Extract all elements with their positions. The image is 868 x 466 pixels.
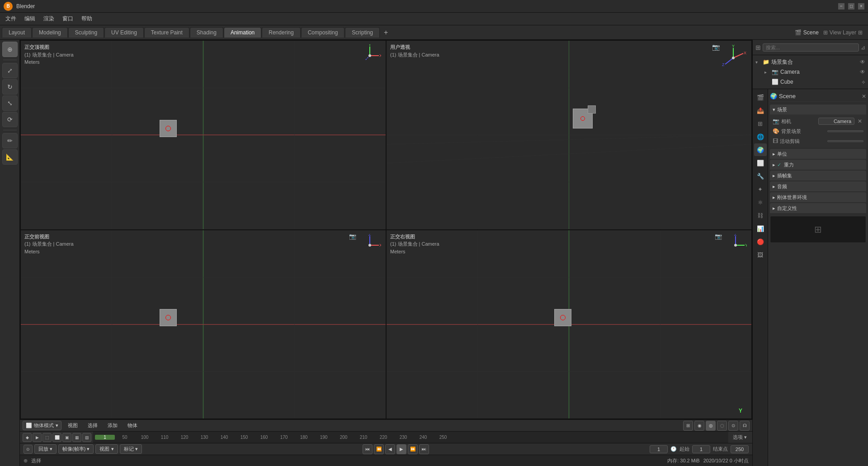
tl-marker[interactable]: ◆ — [23, 433, 32, 442]
tl-play[interactable]: ▶ — [33, 433, 42, 442]
tab-compositing[interactable]: Compositing — [301, 27, 345, 38]
tab-scripting[interactable]: Scripting — [345, 27, 380, 38]
cube-right[interactable] — [554, 309, 571, 326]
cube-perspective[interactable] — [573, 109, 593, 128]
object-menu[interactable]: 物体 — [124, 421, 141, 430]
viewport-front[interactable]: 正交前视图 (1) 场景集合 | Camera Meters X Z — [21, 230, 386, 419]
mode-dropdown[interactable]: ⬜ 物体模式 ▾ — [23, 421, 61, 430]
props-view-layer[interactable]: ⊞ — [754, 117, 767, 130]
section-audio-header[interactable]: ▸ 音频 — [770, 181, 866, 191]
shading-xray[interactable]: ☊ — [740, 421, 750, 431]
select-menu[interactable]: 选择 — [84, 421, 101, 430]
props-object[interactable]: ⬜ — [754, 157, 767, 169]
viewport-right[interactable]: 正交右视图 (1) 场景集合 | Camera Meters Y Z — [387, 230, 751, 419]
tab-add-button[interactable]: + — [380, 28, 392, 38]
shading-solid[interactable]: ◉ — [694, 421, 704, 431]
tool-measure[interactable]: 📐 — [2, 149, 18, 165]
jump-start-button[interactable]: ⏮ — [363, 444, 373, 454]
tab-sculpting[interactable]: Sculpting — [68, 27, 104, 38]
tool-rotate[interactable]: ↻ — [2, 79, 18, 95]
props-close[interactable]: ✕ — [862, 93, 866, 100]
camera-visibility[interactable]: 👁 — [860, 69, 865, 75]
scene-visibility[interactable]: 👁 — [860, 59, 865, 65]
tool-select[interactable]: ⊕ — [2, 42, 18, 57]
outliner-scene-collection[interactable]: ▾ 📁 场景集合 👁 — [753, 57, 868, 67]
props-constraints[interactable]: ⛓ — [754, 209, 767, 222]
props-data[interactable]: 📊 — [754, 222, 767, 235]
props-particles[interactable]: ✦ — [754, 183, 767, 195]
tool-scale[interactable]: ⤡ — [2, 95, 18, 111]
outliner-search[interactable] — [763, 43, 859, 52]
shading-wireframe[interactable]: ⊞ — [683, 421, 693, 431]
render-settings-icon[interactable]: ⊞ — [823, 29, 828, 36]
tab-modeling[interactable]: Modeling — [32, 27, 68, 38]
add-menu[interactable]: 添加 — [104, 421, 121, 430]
tool-annotate[interactable]: ✏ — [2, 133, 18, 148]
tab-shading[interactable]: Shading — [190, 27, 223, 38]
outliner-icon[interactable]: ⊞ — [755, 44, 761, 51]
view-menu[interactable]: 视图 — [64, 421, 81, 430]
props-material[interactable]: 🔴 — [754, 235, 767, 248]
props-render[interactable]: 🎬 — [754, 91, 767, 104]
playback-type[interactable]: ⊙ — [24, 445, 33, 454]
outliner-filter[interactable]: ⊿ — [861, 44, 865, 51]
tl-select-box[interactable]: ⬚ — [42, 433, 52, 442]
cube-front[interactable] — [160, 309, 177, 326]
step-forward-button[interactable]: ⏩ — [408, 444, 418, 454]
current-frame[interactable]: 1 — [650, 445, 668, 453]
view-layer-selector[interactable]: View Layer — [830, 29, 856, 36]
close-button[interactable]: × — [858, 3, 864, 10]
end-frame[interactable]: 250 — [731, 445, 749, 453]
section-scene-header[interactable]: ▾ 场景 — [770, 105, 866, 114]
menu-edit[interactable]: 编辑 — [21, 14, 39, 24]
playback-label[interactable]: 回放 ▾ — [34, 444, 57, 454]
tl-tool2[interactable]: ▣ — [62, 433, 71, 442]
shading-material[interactable]: ◍ — [706, 421, 716, 431]
maximize-button[interactable]: □ — [848, 3, 854, 10]
outliner-cube[interactable]: ⬜ Cube ⟡ — [753, 77, 868, 87]
props-scene[interactable]: 🌐 — [754, 130, 767, 143]
timeline-options[interactable]: 选项 ▾ — [730, 434, 750, 441]
prop-camera-x[interactable]: ✕ — [856, 118, 863, 124]
prop-camera-value[interactable]: Camera — [818, 118, 854, 125]
viewport-perspective[interactable]: 用户透视 (1) 场景集合 | Camera X Y — [387, 41, 751, 229]
menu-window[interactable]: 窗口 — [59, 14, 77, 24]
section-custom-header[interactable]: ▸ 自定义性 — [770, 203, 866, 213]
props-output[interactable]: 📤 — [754, 104, 767, 117]
section-keying-header[interactable]: ▸ 插帧集 — [770, 171, 866, 181]
timeline-ruler[interactable]: 1 50 100 110 120 130 140 150 160 170 180… — [93, 432, 728, 443]
menu-file[interactable]: 文件 — [2, 14, 20, 24]
section-rigidbody-header[interactable]: ▸ 刚体世界环境 — [770, 192, 866, 202]
outliner-camera[interactable]: ▸ 📷 Camera 👁 — [753, 67, 868, 77]
play-reverse-button[interactable]: ◀ — [385, 444, 395, 454]
viewport-top[interactable]: 正交顶视图 (1) 场景集合 | Camera Meters X Y — [21, 41, 386, 229]
fps-label[interactable]: 帧像(帧率) ▾ — [58, 444, 94, 454]
tab-animation[interactable]: Animation — [224, 27, 261, 38]
tool-transform[interactable]: ⟳ — [2, 112, 18, 127]
section-units-header[interactable]: ▸ 单位 — [770, 149, 866, 159]
step-back-button[interactable]: ⏪ — [374, 444, 384, 454]
view-label[interactable]: 视图 ▾ — [95, 444, 118, 454]
select-label[interactable]: 选择 — [31, 457, 41, 464]
select-icon[interactable]: ⊕ — [24, 458, 28, 464]
marker-label[interactable]: 标记 ▾ — [120, 444, 142, 454]
tool-move[interactable]: ⤢ — [2, 63, 18, 78]
start-frame[interactable]: 1 — [692, 445, 710, 453]
menu-render[interactable]: 渲染 — [40, 14, 58, 24]
prop-bgscene-value[interactable] — [827, 130, 863, 132]
props-world[interactable]: 🌍 — [754, 143, 767, 156]
section-gravity-header[interactable]: ▸ ✓ 重力 — [770, 160, 866, 170]
tab-uv-editing[interactable]: UV Editing — [104, 27, 144, 38]
play-button[interactable]: ▶ — [396, 444, 406, 454]
shading-rendered[interactable]: ◌ — [717, 421, 727, 431]
tl-tool4[interactable]: ▧ — [82, 433, 91, 442]
scene-selector[interactable]: Scene — [803, 29, 819, 36]
prop-clip-value[interactable] — [827, 140, 863, 142]
jump-end-button[interactable]: ⏭ — [419, 444, 429, 454]
view-layer-icon[interactable]: ⊞ — [858, 29, 863, 36]
props-physics[interactable]: ⚛ — [754, 196, 767, 209]
tab-layout[interactable]: Layout — [2, 27, 32, 38]
tl-tool1[interactable]: ⬜ — [52, 433, 61, 442]
props-modifier[interactable]: 🔧 — [754, 170, 767, 182]
tl-tool3[interactable]: ▦ — [72, 433, 81, 442]
